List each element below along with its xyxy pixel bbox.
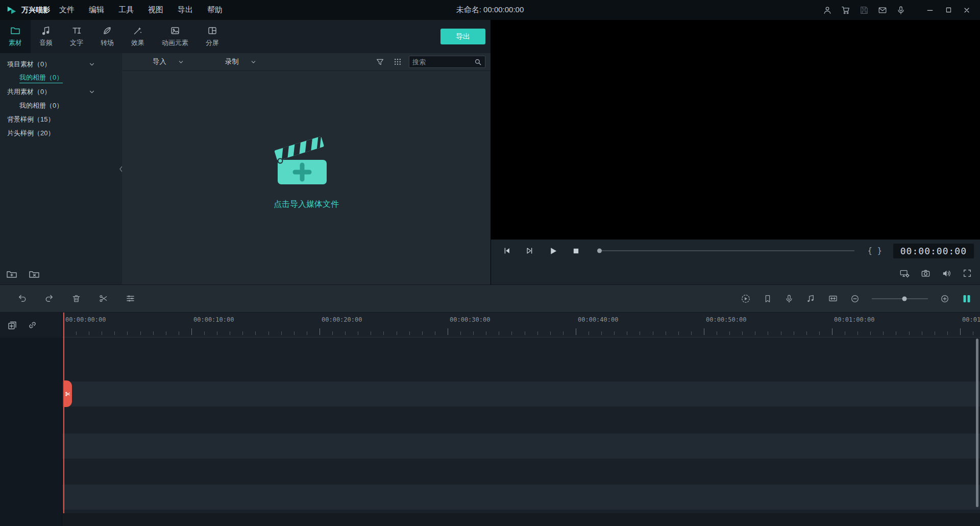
delete-folder-icon[interactable] <box>29 269 40 279</box>
music-note-icon <box>41 26 51 36</box>
export-button[interactable]: 导出 <box>440 29 485 44</box>
playhead-line[interactable] <box>63 313 64 513</box>
titlebar-actions <box>823 3 980 18</box>
sidebar-item-shared-media[interactable]: 共用素材（0） <box>0 85 122 99</box>
grid-view-icon[interactable] <box>394 58 402 66</box>
track-manager-icon[interactable] <box>962 294 972 304</box>
sidebar-item-my-album-shared[interactable]: 我的相册（0） <box>0 99 122 112</box>
tab-audio[interactable]: 音频 <box>31 20 61 53</box>
import-media-dropzone[interactable]: 点击导入媒体文件 <box>122 71 491 284</box>
track-lane-video-1[interactable] <box>62 434 980 459</box>
render-preview-icon[interactable] <box>741 294 751 304</box>
menu-export[interactable]: 导出 <box>178 5 193 15</box>
preview-options <box>491 262 980 284</box>
tab-splitscreen-label: 分屏 <box>206 38 219 47</box>
folder-icon <box>10 26 20 36</box>
mail-icon[interactable] <box>878 6 887 15</box>
seek-slider[interactable] <box>598 250 854 251</box>
library-sidebar: 项目素材（0） 我的相册（0） 共用素材（0） 我的相册（0） <box>0 53 122 284</box>
media-library-panel: 素材 音频 文字 <box>0 20 491 284</box>
import-hint-text: 点击导入媒体文件 <box>274 199 339 210</box>
seek-slider-handle[interactable] <box>597 249 602 253</box>
fullscreen-icon[interactable] <box>963 269 972 278</box>
link-icon[interactable] <box>28 320 37 330</box>
filter-icon[interactable] <box>376 58 384 66</box>
undo-icon[interactable] <box>17 294 27 303</box>
sidebar-item-intro-samples[interactable]: 片头样例（20） <box>0 126 122 140</box>
image-icon <box>170 26 180 36</box>
tab-text-label: 文字 <box>70 38 83 47</box>
tab-effects-label: 效果 <box>131 38 144 47</box>
maximize-button[interactable] <box>940 3 957 18</box>
adjust-sliders-icon[interactable] <box>126 294 135 303</box>
filmora-app: 万兴喵影 文件 编辑 工具 视图 导出 帮助 未命名: 00:00:00:00 <box>0 0 980 526</box>
chevron-down-icon[interactable] <box>88 61 95 68</box>
tab-splitscreen[interactable]: 分屏 <box>197 20 228 53</box>
tab-elements-label: 动画元素 <box>162 38 188 47</box>
timeline-ruler[interactable]: 00:00:00:00 00:00:10:00 00:00:20:00 00:0… <box>62 313 980 338</box>
display-settings-icon[interactable] <box>899 269 910 278</box>
playhead-handle[interactable] <box>63 380 72 407</box>
timeline: 00:00:00:00 00:00:10:00 00:00:20:00 00:0… <box>0 313 980 526</box>
mark-out-button[interactable]: } <box>877 246 882 255</box>
tab-transitions-label: 转场 <box>101 38 114 47</box>
tab-text[interactable]: 文字 <box>61 20 92 53</box>
delete-trash-icon[interactable] <box>71 294 81 303</box>
menu-file[interactable]: 文件 <box>59 5 75 15</box>
marker-icon[interactable] <box>763 294 772 303</box>
zoom-slider-handle[interactable] <box>902 296 906 301</box>
tab-elements[interactable]: 动画元素 <box>153 20 197 53</box>
search-input[interactable] <box>412 58 474 66</box>
split-scissors-icon[interactable] <box>99 294 108 303</box>
menu-tools[interactable]: 工具 <box>118 5 134 15</box>
search-box <box>409 56 485 68</box>
ruler-major-ticks <box>63 328 980 335</box>
timeline-vertical-scrollbar[interactable] <box>976 339 978 507</box>
app-logo: 万兴喵影 <box>0 5 59 16</box>
stop-button[interactable] <box>572 247 580 255</box>
redo-icon[interactable] <box>44 294 54 303</box>
zoom-out-icon[interactable] <box>850 294 860 303</box>
import-dropdown[interactable]: 导入 <box>153 57 184 66</box>
microphone-icon[interactable] <box>896 6 905 15</box>
step-forward-button[interactable] <box>525 246 534 255</box>
mark-in-button[interactable]: { <box>868 246 872 255</box>
add-folder-icon[interactable] <box>6 269 17 279</box>
timeline-zoom-slider[interactable] <box>872 298 928 299</box>
user-icon[interactable] <box>823 6 832 15</box>
track-lane-video-2[interactable] <box>62 381 980 407</box>
sidebar-item-project-media[interactable]: 项目素材（0） <box>0 57 122 71</box>
transition-icon <box>102 26 112 36</box>
volume-icon[interactable] <box>942 269 951 278</box>
app-name: 万兴喵影 <box>21 6 50 15</box>
audio-mixer-icon[interactable] <box>806 294 816 303</box>
fit-timeline-icon[interactable] <box>828 294 838 303</box>
menu-view[interactable]: 视图 <box>148 5 163 15</box>
voiceover-mic-icon[interactable] <box>785 294 794 303</box>
tab-effects[interactable]: 效果 <box>122 20 153 53</box>
close-button[interactable] <box>959 3 975 18</box>
cart-icon[interactable] <box>841 6 850 15</box>
tab-media[interactable]: 素材 <box>0 20 31 53</box>
search-icon[interactable] <box>474 58 482 66</box>
save-icon[interactable] <box>860 6 869 15</box>
window-controls <box>922 3 975 18</box>
sidebar-item-background-samples[interactable]: 背景样例（15） <box>0 112 122 126</box>
chevron-down-icon[interactable] <box>88 88 95 95</box>
add-media-to-track-icon[interactable] <box>7 320 17 330</box>
menu-edit[interactable]: 编辑 <box>89 5 104 15</box>
document-title: 未命名: 00:00:00:00 <box>456 5 524 15</box>
menu-help[interactable]: 帮助 <box>207 5 223 15</box>
sidebar-item-my-album-project[interactable]: 我的相册（0） <box>0 71 122 85</box>
step-backward-button[interactable] <box>502 246 511 255</box>
tab-transitions[interactable]: 转场 <box>92 20 122 53</box>
play-button[interactable] <box>548 246 558 256</box>
track-lane-audio-1[interactable] <box>62 485 980 510</box>
app-logo-icon <box>6 5 17 16</box>
preview-canvas <box>491 20 980 240</box>
record-dropdown[interactable]: 录制 <box>225 57 257 66</box>
zoom-in-icon[interactable] <box>940 294 949 303</box>
minimize-button[interactable] <box>922 3 938 18</box>
timeline-track-tools <box>0 313 62 338</box>
snapshot-camera-icon[interactable] <box>921 269 930 278</box>
